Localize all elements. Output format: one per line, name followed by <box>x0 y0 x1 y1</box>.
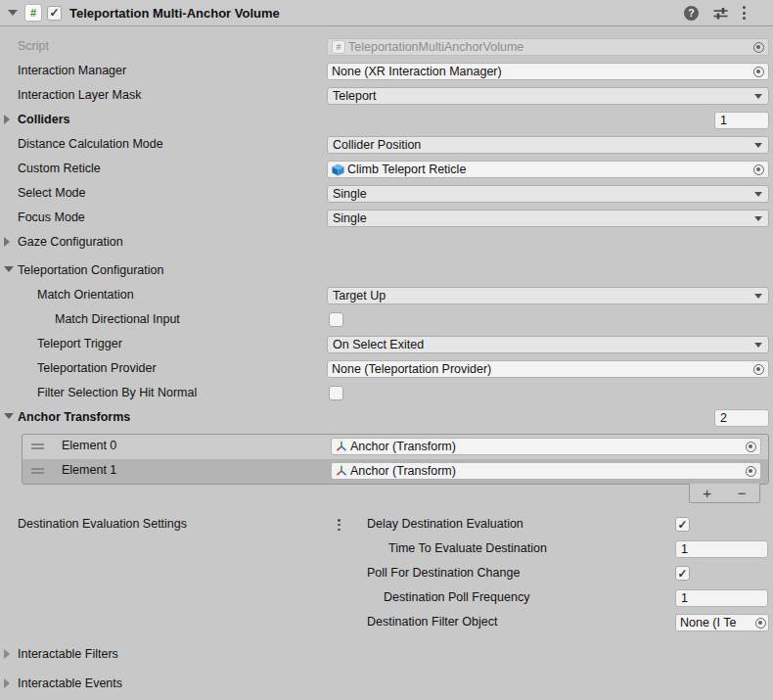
csharp-script-icon: # <box>332 40 345 54</box>
delay-destination-evaluation-label: Delay Destination Evaluation <box>367 517 523 531</box>
row-teleportation-provider: Teleportation Provider None (Teleportati… <box>0 357 773 382</box>
element-1-value: Anchor (Transform) <box>350 464 743 478</box>
component-enabled-checkbox[interactable]: ✓ <box>47 6 62 21</box>
list-item-element-1[interactable]: Element 1 Anchor (Transform) <box>23 459 768 484</box>
time-to-evaluate-destination-field[interactable]: 1 <box>675 540 768 558</box>
chevron-down-icon <box>754 343 762 348</box>
object-picker-icon[interactable] <box>746 442 756 452</box>
prefab-cube-icon <box>332 163 344 176</box>
object-picker-icon[interactable] <box>755 618 766 629</box>
custom-reticle-label: Custom Reticle <box>18 162 101 175</box>
custom-reticle-object-field[interactable]: Climb Teleport Reticle <box>327 161 769 178</box>
destination-poll-frequency-field[interactable]: 1 <box>675 589 768 607</box>
colliders-count-value: 1 <box>720 114 727 127</box>
interaction-layer-mask-label: Interaction Layer Mask <box>18 88 141 102</box>
poll-for-destination-change-checkbox[interactable]: ✓ <box>675 566 690 581</box>
interactable-events-foldout-icon[interactable] <box>4 678 10 688</box>
script-label: Script <box>18 39 49 53</box>
anchor-transforms-count-field[interactable]: 2 <box>714 409 769 427</box>
element-1-object-field[interactable]: Anchor (Transform) <box>331 462 761 480</box>
element-0-object-field[interactable]: Anchor (Transform) <box>331 438 761 455</box>
match-orientation-dropdown[interactable]: Target Up <box>327 287 769 304</box>
object-picker-icon[interactable] <box>753 364 764 375</box>
help-icon[interactable]: ? <box>684 6 699 21</box>
row-time-to-evaluate-destination: Time To Evaluate Destination 1 <box>0 537 773 562</box>
row-interactable-filters: Interactable Filters <box>0 643 773 668</box>
row-destination-filter-object: Destination Filter Object None (I Te <box>0 611 773 635</box>
gaze-configuration-foldout-icon[interactable] <box>4 237 10 247</box>
destination-poll-frequency-value: 1 <box>681 591 688 605</box>
teleportation-configuration-foldout-icon[interactable] <box>4 266 14 272</box>
focus-mode-value: Single <box>333 211 367 225</box>
focus-mode-label: Focus Mode <box>18 210 85 224</box>
interaction-manager-label: Interaction Manager <box>18 64 126 77</box>
distance-calculation-mode-label: Distance Calculation Mode <box>18 137 163 151</box>
destination-filter-object-field[interactable]: None (I Te <box>675 614 769 631</box>
match-orientation-value: Target Up <box>333 289 386 303</box>
distance-calculation-mode-dropdown[interactable]: Collider Position <box>327 136 769 154</box>
destination-settings-menu-icon[interactable] <box>338 519 341 531</box>
row-poll-for-destination-change: Poll For Destination Change ✓ <box>0 562 773 586</box>
script-object-field: # TeleportationMultiAnchorVolume <box>327 38 769 56</box>
row-gaze-configuration: Gaze Configuration <box>0 231 773 256</box>
teleportation-provider-object-field[interactable]: None (Teleportation Provider) <box>327 360 769 378</box>
interactable-filters-foldout-icon[interactable] <box>4 649 10 659</box>
match-directional-input-checkbox[interactable] <box>329 312 343 327</box>
chevron-down-icon <box>754 192 762 197</box>
teleport-trigger-dropdown[interactable]: On Select Exited <box>327 336 769 353</box>
row-delay-destination-evaluation: Destination Evaluation Settings Delay De… <box>0 513 773 537</box>
component-foldout-icon[interactable] <box>8 10 18 16</box>
interaction-layer-mask-dropdown[interactable]: Teleport <box>327 87 769 105</box>
row-custom-reticle: Custom Reticle Climb Teleport Reticle <box>0 158 773 182</box>
filter-selection-by-hit-normal-checkbox[interactable] <box>329 386 343 400</box>
object-picker-icon[interactable] <box>753 67 764 77</box>
row-anchor-transforms: Anchor Transforms 2 <box>0 406 773 431</box>
filter-selection-by-hit-normal-label: Filter Selection By Hit Normal <box>37 386 197 399</box>
object-picker-icon[interactable] <box>746 466 756 477</box>
custom-reticle-value: Climb Teleport Reticle <box>347 163 750 176</box>
row-select-mode: Select Mode Single <box>0 182 773 207</box>
row-distance-calculation-mode: Distance Calculation Mode Collider Posit… <box>0 133 773 158</box>
row-interactable-events: Interactable Events <box>0 673 773 697</box>
colliders-foldout-icon[interactable] <box>4 115 10 124</box>
teleport-trigger-label: Teleport Trigger <box>37 337 122 350</box>
anchor-transforms-foldout-icon[interactable] <box>4 413 14 419</box>
row-teleport-trigger: Teleport Trigger On Select Exited <box>0 333 773 357</box>
row-teleportation-configuration: Teleportation Configuration <box>0 259 773 284</box>
row-script: Script # TeleportationMultiAnchorVolume <box>0 35 773 60</box>
add-element-button[interactable]: + <box>690 484 725 502</box>
more-options-icon[interactable] <box>743 6 746 20</box>
row-focus-mode: Focus Mode Single <box>0 207 773 231</box>
csharp-script-icon: # <box>24 4 42 22</box>
match-orientation-label: Match Orientation <box>37 288 134 302</box>
teleportation-configuration-label: Teleportation Configuration <box>18 263 163 277</box>
check-icon: ✓ <box>49 7 59 19</box>
interactable-events-label: Interactable Events <box>18 677 122 690</box>
interaction-manager-object-field[interactable]: None (XR Interaction Manager) <box>327 63 769 80</box>
drag-handle-icon[interactable] <box>31 468 44 474</box>
element-0-value: Anchor (Transform) <box>350 440 743 453</box>
colliders-count-field[interactable]: 1 <box>714 112 769 129</box>
remove-element-button[interactable]: − <box>725 484 760 502</box>
row-interaction-layer-mask: Interaction Layer Mask Teleport <box>0 84 773 109</box>
focus-mode-dropdown[interactable]: Single <box>327 210 769 227</box>
teleportation-provider-label: Teleportation Provider <box>37 361 157 375</box>
anchor-transforms-count-value: 2 <box>720 411 727 425</box>
presets-icon[interactable] <box>713 7 728 20</box>
object-picker-icon <box>753 42 764 53</box>
select-mode-dropdown[interactable]: Single <box>327 185 769 203</box>
teleportation-provider-value: None (Teleportation Provider) <box>332 362 750 376</box>
element-1-label: Element 1 <box>62 463 116 477</box>
select-mode-label: Select Mode <box>18 186 85 200</box>
transform-icon <box>336 465 347 477</box>
list-item-element-0[interactable]: Element 0 Anchor (Transform) <box>23 435 768 459</box>
delay-destination-evaluation-checkbox[interactable]: ✓ <box>675 517 690 532</box>
component-title: Teleportation Multi-Anchor Volume <box>69 6 280 21</box>
distance-calculation-mode-value: Collider Position <box>333 138 421 152</box>
destination-filter-object-label: Destination Filter Object <box>367 615 497 629</box>
chevron-down-icon <box>754 294 762 299</box>
object-picker-icon[interactable] <box>753 164 764 175</box>
poll-for-destination-change-label: Poll For Destination Change <box>367 566 520 580</box>
time-to-evaluate-destination-value: 1 <box>681 542 688 556</box>
drag-handle-icon[interactable] <box>31 443 44 449</box>
